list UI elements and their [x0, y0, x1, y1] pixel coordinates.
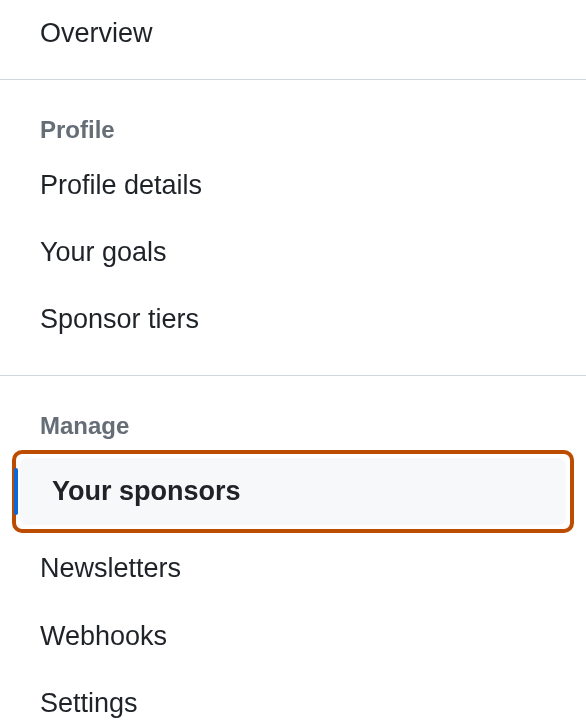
sidebar-item-webhooks[interactable]: Webhooks — [0, 603, 586, 670]
sidebar-item-your-sponsors[interactable]: Your sponsors — [20, 458, 566, 525]
sidebar-nav: Overview Profile Profile details Your go… — [0, 0, 586, 724]
section-header-profile: Profile — [0, 100, 586, 152]
section-header-manage: Manage — [0, 396, 586, 448]
sidebar-item-newsletters[interactable]: Newsletters — [0, 535, 586, 602]
sidebar-item-sponsor-tiers[interactable]: Sponsor tiers — [0, 286, 586, 353]
divider — [0, 79, 586, 80]
sidebar-item-settings[interactable]: Settings — [0, 670, 586, 724]
annotation-highlight: Your sponsors — [12, 450, 574, 533]
sidebar-item-your-goals[interactable]: Your goals — [0, 219, 586, 286]
sidebar-section-profile: Profile Profile details Your goals Spons… — [0, 100, 586, 363]
sidebar-section-manage: Manage Your sponsors Newsletters Webhook… — [0, 396, 586, 724]
sidebar-item-profile-details[interactable]: Profile details — [0, 152, 586, 219]
sidebar-item-overview[interactable]: Overview — [0, 0, 586, 67]
divider — [0, 375, 586, 376]
